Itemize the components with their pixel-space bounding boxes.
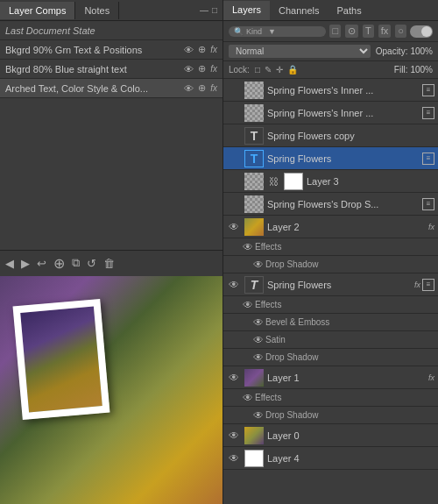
fx-badge: fx (428, 223, 434, 231)
layer-thumbnail: T (244, 127, 264, 145)
visibility-icon[interactable]: 👁 (227, 372, 241, 384)
visibility-icon[interactable]: 👁 (251, 409, 265, 422)
adjustment-filter-icon[interactable]: ⊙ (345, 25, 358, 38)
minimize-icon[interactable]: — (200, 5, 208, 15)
filter-kind-label: Kind (246, 27, 262, 36)
table-row[interactable]: ⛓ Layer 3 (223, 170, 438, 193)
fx-label: fx (210, 64, 217, 74)
tab-layer-comps[interactable]: Layer Comps (0, 2, 75, 19)
opacity-label: Opacity: (376, 46, 408, 56)
lock-all-icon[interactable]: 🔒 (287, 65, 298, 75)
canvas-preview (0, 276, 223, 505)
visibility-icon[interactable]: 👁 (251, 334, 265, 346)
list-item[interactable]: Arched Text, Color Style & Colo... 👁 ⊕ f… (0, 79, 223, 98)
table-row[interactable]: T Spring Flowers copy (223, 124, 438, 147)
layer-name: Spring Flowers (267, 153, 420, 164)
filter-toggle[interactable] (410, 25, 433, 38)
layer-name: Layer 4 (267, 453, 434, 464)
layer-options-badge[interactable]: ≡ (422, 198, 434, 210)
table-row[interactable]: 👁 Effects (223, 389, 438, 407)
table-row[interactable]: 👁 Satin (223, 331, 438, 349)
opacity-row: Opacity: 100% (376, 46, 433, 56)
update-button[interactable]: ↩ (37, 257, 46, 270)
table-row[interactable]: 👁 Effects (223, 238, 438, 256)
tab-notes[interactable]: Notes (75, 2, 119, 19)
lock-position-icon[interactable]: ✛ (276, 65, 283, 75)
visibility-icon[interactable]: 👁 (241, 392, 255, 404)
lc-toolbar: ◀ ▶ ↩ ⊕ ⧉ ↺ 🗑 (0, 250, 223, 276)
layer-thumbnail (244, 450, 264, 467)
layer-options-badge[interactable]: ≡ (422, 279, 434, 291)
visibility-icon[interactable]: 👁 (251, 259, 265, 271)
list-item[interactable]: Bkgrd 90% Grn Text & Positions 👁 ⊕ fx (0, 40, 223, 60)
shape-filter-icon[interactable]: fx (378, 25, 392, 38)
layer-name: Spring Flowers (267, 280, 412, 290)
table-row[interactable]: 👁 Drop Shadow (223, 256, 438, 273)
visibility-icon[interactable]: 👁 (184, 45, 194, 55)
list-item[interactable]: Bkgrd 80% Blue straight text 👁 ⊕ fx (0, 60, 223, 79)
visibility-icon[interactable]: 👁 (227, 221, 241, 233)
layer-name: Spring Flowers's Inner ... (267, 108, 420, 118)
lock-label: Lock: (229, 65, 250, 75)
list-item[interactable]: Last Document State (0, 21, 223, 40)
table-row[interactable]: Spring Flowers's Drop S... ≡ (223, 193, 438, 216)
table-row[interactable]: Spring Flowers's Inner ... ≡ (223, 79, 438, 102)
apply-icon[interactable]: ⊕ (198, 82, 206, 94)
lock-icons: □ ✎ ✛ 🔒 (255, 65, 298, 75)
table-row[interactable]: 👁 Drop Shadow (223, 349, 438, 366)
layer-options-badge[interactable]: ≡ (422, 107, 434, 119)
table-row[interactable]: 👁 Layer 2 fx (223, 216, 438, 238)
layer-name: Spring Flowers's Drop S... (267, 199, 420, 209)
refresh-button[interactable]: ↺ (87, 257, 96, 270)
table-row[interactable]: 👁 Effects (223, 296, 438, 314)
visibility-icon[interactable]: 👁 (251, 351, 265, 364)
duplicate-button[interactable]: ⧉ (72, 256, 80, 270)
lock-pixels-icon[interactable]: ✎ (265, 65, 272, 75)
table-row[interactable]: Spring Flowers's Inner ... ≡ (223, 102, 438, 124)
lc-item-label: Last Document State (5, 25, 217, 36)
layer-name: Spring Flowers copy (267, 131, 434, 141)
visibility-icon[interactable]: 👁 (241, 241, 255, 253)
table-row[interactable]: 👁 Bevel & Emboss (223, 314, 438, 331)
smart-filter-icon[interactable]: ○ (395, 25, 406, 38)
layer-thumbnail (244, 369, 264, 387)
prev-button[interactable]: ◀ (5, 257, 14, 270)
maximize-icon[interactable]: □ (212, 5, 217, 15)
filter-search[interactable]: 🔍 Kind ▼ (229, 26, 326, 37)
visibility-icon[interactable]: 👁 (184, 64, 194, 75)
tab-channels[interactable]: Channels (270, 2, 328, 19)
fx-label: fx (210, 45, 217, 54)
layer-options-badge[interactable]: ≡ (422, 153, 434, 165)
effect-name: Bevel & Emboss (265, 317, 329, 327)
right-panel: Layers Channels Paths 🔍 Kind ▼ □ ⊙ T fx … (223, 0, 438, 504)
visibility-icon[interactable]: 👁 (227, 279, 241, 291)
effects-label: Effects (255, 393, 281, 402)
apply-icon[interactable]: ⊕ (198, 44, 206, 55)
opacity-value: 100% (410, 46, 433, 56)
filter-icons: □ ⊙ T fx ○ (329, 25, 406, 38)
layer-options-badge[interactable]: ≡ (422, 84, 434, 96)
add-button[interactable]: ⊕ (53, 255, 65, 272)
delete-button[interactable]: 🗑 (103, 257, 115, 270)
layer-thumbnail (244, 104, 264, 122)
table-row[interactable]: 👁 Layer 0 (223, 424, 438, 447)
next-button[interactable]: ▶ (21, 257, 30, 270)
tab-layers[interactable]: Layers (223, 1, 270, 20)
table-row[interactable]: 👁 Layer 4 (223, 447, 438, 470)
lock-transparent-icon[interactable]: □ (255, 65, 260, 75)
blend-mode-select[interactable]: Normal Multiply Screen (229, 45, 371, 58)
type-filter-icon[interactable]: T (363, 25, 374, 38)
visibility-icon[interactable]: 👁 (251, 316, 265, 329)
apply-icon[interactable]: ⊕ (198, 63, 206, 75)
table-row[interactable]: 👁 Drop Shadow (223, 407, 438, 424)
pixel-filter-icon[interactable]: □ (329, 25, 341, 38)
visibility-icon[interactable]: 👁 (227, 429, 241, 442)
table-row[interactable]: 👁 Layer 1 fx (223, 366, 438, 389)
table-row[interactable]: 👁 T Spring Flowers fx ≡ (223, 273, 438, 296)
visibility-icon[interactable]: 👁 (184, 83, 194, 94)
visibility-icon[interactable]: 👁 (241, 299, 255, 311)
table-row[interactable]: T Spring Flowers ≡ (223, 147, 438, 170)
effect-name: Drop Shadow (265, 352, 319, 362)
visibility-icon[interactable]: 👁 (227, 452, 241, 465)
tab-paths[interactable]: Paths (328, 2, 371, 19)
